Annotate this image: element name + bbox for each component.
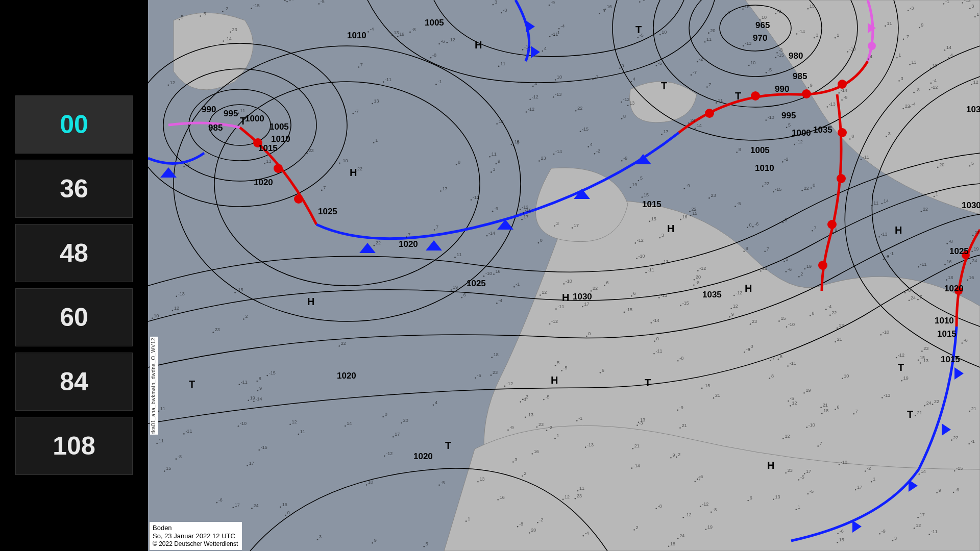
svg-text:-15: -15 <box>513 139 520 144</box>
svg-point-151 <box>280 507 281 508</box>
svg-text:22: 22 <box>593 286 598 291</box>
svg-point-405 <box>849 138 851 140</box>
svg-text:9: 9 <box>259 386 262 391</box>
svg-text:-8: -8 <box>949 239 953 244</box>
svg-point-127 <box>798 276 800 278</box>
svg-point-269 <box>483 276 485 277</box>
svg-point-353 <box>786 271 787 272</box>
svg-point-153 <box>736 152 738 153</box>
svg-point-505 <box>917 299 919 300</box>
svg-point-649 <box>729 316 730 318</box>
svg-text:1025: 1025 <box>467 279 486 288</box>
svg-point-605 <box>971 84 972 85</box>
svg-text:23: 23 <box>923 346 928 351</box>
svg-point-63 <box>512 461 514 463</box>
svg-marker-28 <box>526 20 535 33</box>
svg-point-417 <box>820 407 822 408</box>
svg-text:-12: -12 <box>528 107 534 112</box>
svg-point-61 <box>491 374 492 376</box>
hour-button-108[interactable]: 108 <box>15 417 133 475</box>
svg-text:12: 12 <box>973 80 978 85</box>
svg-text:15: 15 <box>810 4 815 9</box>
svg-text:11: 11 <box>718 98 723 103</box>
svg-point-659 <box>788 400 789 402</box>
svg-text:-5: -5 <box>202 11 206 16</box>
hour-button-60[interactable]: 60 <box>15 288 133 346</box>
svg-point-71 <box>918 473 920 475</box>
svg-text:9: 9 <box>374 538 377 543</box>
svg-text:1005: 1005 <box>425 18 444 28</box>
hour-button-00[interactable]: 00 <box>15 95 133 154</box>
hour-button-48[interactable]: 48 <box>15 224 133 282</box>
svg-text:-12: -12 <box>685 512 692 517</box>
svg-point-573 <box>555 365 556 366</box>
svg-text:-14: -14 <box>633 463 640 468</box>
svg-text:5: 5 <box>786 257 789 262</box>
svg-text:-10: -10 <box>240 421 247 426</box>
hour-button-84[interactable]: 84 <box>15 353 133 411</box>
svg-text:8: 8 <box>739 147 741 152</box>
svg-text:1005: 1005 <box>270 122 289 132</box>
svg-point-361 <box>970 263 971 264</box>
svg-text:16: 16 <box>607 4 612 9</box>
svg-text:8: 8 <box>623 114 626 119</box>
svg-text:-5: -5 <box>564 365 568 370</box>
svg-point-335 <box>796 509 797 510</box>
synoptic-map[interactable]: -11117-13-11-8-4-6-615-7-14233-6-52314-1… <box>148 0 980 551</box>
svg-point-587 <box>497 499 499 500</box>
svg-text:22: 22 <box>923 207 928 212</box>
svg-text:10: 10 <box>662 30 667 35</box>
svg-text:4: 4 <box>590 142 593 147</box>
svg-text:6: 6 <box>463 292 466 297</box>
svg-point-643 <box>944 264 946 265</box>
svg-text:1010: 1010 <box>271 134 290 144</box>
svg-point-161 <box>586 336 587 337</box>
svg-point-525 <box>743 45 744 47</box>
svg-text:H: H <box>350 167 357 178</box>
svg-point-99 <box>339 162 340 164</box>
svg-text:-3: -3 <box>522 397 526 402</box>
svg-text:1025: 1025 <box>949 246 969 256</box>
svg-point-249 <box>837 542 838 543</box>
svg-text:1000: 1000 <box>792 128 811 138</box>
svg-text:-9: -9 <box>551 0 555 5</box>
svg-text:-2: -2 <box>548 425 552 430</box>
svg-point-687 <box>546 430 548 431</box>
svg-point-201 <box>496 123 498 125</box>
svg-point-339 <box>554 225 555 227</box>
svg-text:11: 11 <box>159 438 164 443</box>
svg-text:11: 11 <box>457 252 462 257</box>
svg-point-591 <box>423 546 425 547</box>
svg-point-195 <box>577 490 579 492</box>
svg-point-513 <box>501 12 502 14</box>
svg-text:-13: -13 <box>745 41 751 46</box>
svg-text:1020: 1020 <box>254 178 273 187</box>
svg-point-233 <box>542 51 544 52</box>
svg-text:9: 9 <box>731 312 734 317</box>
svg-text:-13: -13 <box>884 393 890 398</box>
svg-point-235 <box>172 310 174 312</box>
svg-point-619 <box>748 65 750 66</box>
svg-point-723 <box>234 292 236 293</box>
svg-text:-2: -2 <box>784 157 788 162</box>
svg-point-521 <box>496 163 497 165</box>
svg-text:8: 8 <box>259 376 261 381</box>
svg-text:-6: -6 <box>955 487 959 492</box>
hour-button-36[interactable]: 36 <box>15 160 133 218</box>
svg-text:6: 6 <box>780 354 782 359</box>
svg-point-549 <box>372 103 373 105</box>
svg-point-711 <box>861 159 862 160</box>
svg-point-305 <box>694 481 696 483</box>
svg-point-491 <box>886 136 887 137</box>
svg-point-231 <box>656 65 657 66</box>
svg-text:-8: -8 <box>411 27 415 32</box>
svg-point-693 <box>549 323 551 325</box>
svg-point-87 <box>167 85 169 86</box>
svg-point-535 <box>725 14 727 16</box>
svg-text:-12: -12 <box>964 0 971 3</box>
svg-point-431 <box>930 83 932 84</box>
svg-point-283 <box>962 2 963 4</box>
svg-text:-9: -9 <box>623 156 627 161</box>
svg-text:19: 19 <box>632 182 637 187</box>
svg-text:T: T <box>189 379 195 390</box>
